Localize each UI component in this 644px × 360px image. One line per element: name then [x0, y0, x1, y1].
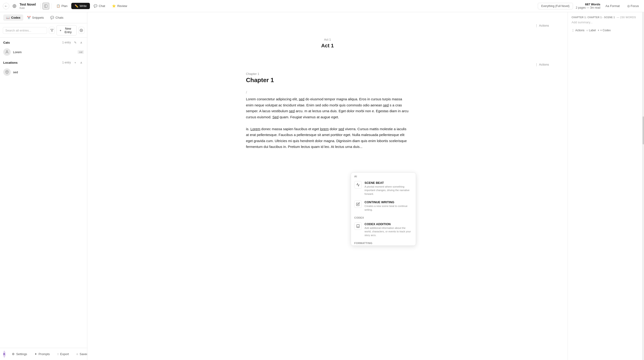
focus-icon: ◎ — [627, 4, 630, 8]
codex-addition-icon — [354, 222, 362, 230]
locations-section-actions: + ∧ — [73, 60, 84, 65]
list-item[interactable]: Lorem cat — [0, 46, 87, 58]
rp-actions-row: ⋮ Actions ○ Label + + Codex — [572, 28, 638, 33]
main-nav-tabs: 📋 Plan ✏️ Write 💬 Chat ⭐ Review — [53, 3, 130, 9]
chats-icon: 💬 — [50, 16, 54, 19]
act-header: Act 1 Act 1 — [246, 24, 409, 53]
popup-item-continue-writing[interactable]: CONTINUE WRITING Creates a new scene bea… — [351, 198, 416, 214]
review-icon: ⭐ — [112, 4, 116, 8]
cats-section-header: Cats 1 entry ✎ ∧ — [0, 38, 87, 46]
sidebar-tab-snippets[interactable]: ✂️ Snippets — [24, 15, 47, 21]
add-location-button[interactable]: + — [73, 60, 78, 65]
codex-icon: 📖 — [6, 16, 10, 19]
prompts-icon: ✦ — [34, 352, 37, 356]
avatar — [3, 68, 11, 76]
write-icon: ✏️ — [74, 4, 78, 8]
svg-point-0 — [14, 6, 15, 7]
label-icon: ○ — [586, 29, 588, 32]
list-item[interactable]: sed — [0, 67, 87, 78]
nav-right: Everything (Full Novel) 687 Words 2 page… — [538, 3, 641, 9]
rp-label-button[interactable]: ○ Label — [586, 28, 596, 33]
ellipsis-icon: ⋮ — [572, 29, 574, 32]
novel-title: Test Novel — [20, 3, 36, 7]
continue-writing-icon — [354, 201, 362, 208]
saved-icon: ○ — [76, 352, 78, 356]
edit-cats-button[interactable]: ✎ — [73, 40, 78, 45]
collapse-locations-button[interactable]: ∧ — [79, 60, 84, 65]
settings-icon: ⚙ — [12, 352, 15, 356]
scene-body[interactable]: Lorem consectetur adipiscing elit, sed d… — [246, 96, 409, 150]
editor-area[interactable]: Act 1 Act 1 ⋮ Actions Chapter 1 Chapte — [87, 12, 568, 360]
ellipsis-icon: ⋮ — [535, 63, 538, 66]
collapse-sidebar-button[interactable] — [42, 3, 49, 9]
top-nav: ← Test Novel Kate 📋 Plan ✏️ Write 💬 Chat… — [0, 0, 644, 12]
act-actions-button[interactable]: ⋮ Actions — [535, 24, 549, 27]
sidebar-content: Cats 1 entry ✎ ∧ Lorem cat — [0, 38, 87, 348]
slash-input[interactable]: / — [246, 88, 409, 96]
locations-section-header: Locations 1 entry + ∧ — [0, 58, 87, 67]
tab-write[interactable]: ✏️ Write — [71, 3, 90, 9]
ellipsis-icon: ⋮ — [535, 24, 538, 27]
new-entry-button[interactable]: + New Entry — [56, 25, 77, 36]
bottom-bar: K ⚙ Settings ✦ Prompts ↑ Export ○ Saved — [0, 348, 87, 360]
back-button[interactable]: ← — [3, 3, 9, 9]
main-area: 📖 Codex ✂️ Snippets 💬 Chats + New Entry — [0, 12, 644, 360]
avatar — [3, 48, 11, 56]
view-mode-button[interactable]: Everything (Full Novel) — [538, 3, 573, 9]
plan-icon: 📋 — [56, 4, 60, 8]
prompts-button[interactable]: ✦ Prompts — [32, 351, 52, 357]
svg-marker-3 — [50, 29, 53, 32]
app-title: Test Novel Kate — [20, 3, 36, 9]
content-area: Act 1 Act 1 ⋮ Actions Chapter 1 Chapte — [87, 12, 644, 360]
collapse-cats-button[interactable]: ∧ — [79, 40, 84, 45]
nav-divider — [40, 3, 41, 9]
search-input[interactable] — [3, 27, 47, 34]
focus-button[interactable]: ◎ Focus — [625, 3, 641, 9]
word-count: 687 Words 2 pages — 3m read — [576, 3, 600, 9]
popup-item-scene-beat[interactable]: SCENE BEAT A pivotal moment where someth… — [351, 179, 416, 198]
tab-plan[interactable]: 📋 Plan — [53, 3, 71, 9]
scrollbar-thumb[interactable] — [642, 116, 644, 144]
format-button[interactable]: Aa Format — [603, 3, 622, 9]
slash-command-menu: AI SCENE BEAT A pivotal moment where som… — [351, 172, 416, 246]
tab-review[interactable]: ⭐ Review — [109, 3, 130, 9]
svg-point-5 — [6, 51, 8, 52]
nav-divider-2 — [51, 3, 51, 9]
filter-button[interactable] — [49, 27, 55, 34]
settings-button[interactable]: ⚙ Settings — [10, 351, 29, 357]
rp-actions-button[interactable]: ⋮ Actions — [572, 28, 584, 33]
rp-chapter-label: CHAPTER 1: CHAPTER 1 - SCENE 1 — 230 Wor… — [572, 16, 638, 19]
sidebar-tabs: 📖 Codex ✂️ Snippets 💬 Chats — [0, 12, 87, 23]
novel-author: Kate — [20, 7, 36, 9]
snippets-icon: ✂️ — [27, 16, 31, 19]
svg-point-6 — [6, 71, 8, 72]
plus-icon: + — [598, 29, 599, 32]
app-settings-button[interactable] — [11, 3, 18, 9]
sidebar-tab-chats[interactable]: 💬 Chats — [48, 15, 66, 21]
scrollbar-track[interactable] — [642, 12, 644, 360]
export-icon: ↑ — [57, 352, 59, 356]
sidebar-search-row: + New Entry — [0, 23, 87, 38]
svg-rect-1 — [44, 5, 47, 8]
scene-beat-icon — [354, 181, 362, 189]
chapter-actions-button[interactable]: ⋮ Actions — [535, 63, 549, 66]
saved-button[interactable]: ○ Saved — [74, 351, 87, 357]
export-button[interactable]: ↑ Export — [56, 351, 71, 357]
sidebar-section-locations: Locations 1 entry + ∧ sed — [0, 58, 87, 78]
sidebar-gear-button[interactable] — [78, 27, 84, 34]
right-panel: CHAPTER 1: CHAPTER 1 - SCENE 1 — 230 Wor… — [568, 12, 642, 360]
plus-icon: + — [60, 29, 62, 32]
sidebar-section-cats: Cats 1 entry ✎ ∧ Lorem cat — [0, 38, 87, 58]
cats-section-actions: ✎ ∧ — [73, 40, 84, 45]
user-avatar: K — [3, 351, 5, 358]
chat-icon: 💬 — [94, 4, 97, 8]
sidebar: 📖 Codex ✂️ Snippets 💬 Chats + New Entry — [0, 12, 87, 360]
chapter-section: Chapter 1 Chapter 1 — [246, 63, 409, 86]
tab-chat[interactable]: 💬 Chat — [90, 3, 108, 9]
svg-point-4 — [81, 30, 82, 31]
format-icon: Aa — [606, 4, 609, 8]
rp-summary-placeholder[interactable]: Add summary... — [572, 21, 638, 24]
popup-item-codex-addition[interactable]: CODEX ADDITION Add additional informatio… — [351, 220, 416, 239]
sidebar-tab-codex[interactable]: 📖 Codex — [3, 15, 23, 21]
rp-codex-button[interactable]: + + Codex — [598, 28, 611, 33]
